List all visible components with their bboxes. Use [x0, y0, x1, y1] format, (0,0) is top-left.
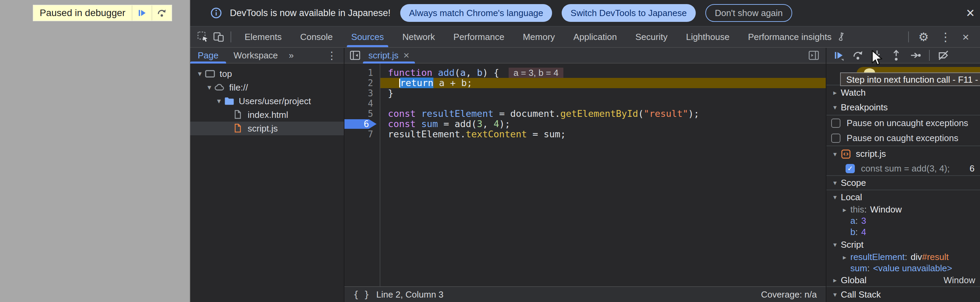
code-line-1: 1 function add(a, b) {a = 3, b = 4	[344, 68, 826, 78]
step-over-icon	[852, 49, 864, 62]
toggle-debugger-sidebar-button[interactable]	[806, 47, 822, 63]
cursor-position-label: Line 2, Column 3	[376, 289, 444, 300]
chevron-right-icon[interactable]: ▸	[829, 89, 841, 97]
scope-var-sum[interactable]: sum: <value unavailable>	[826, 263, 980, 274]
step-over-button[interactable]	[151, 5, 171, 21]
step-over-icon	[157, 8, 167, 18]
checkbox-unchecked[interactable]	[831, 134, 840, 143]
frame-icon	[205, 68, 215, 79]
chevron-down-icon[interactable]: ▾	[829, 290, 841, 299]
step-over-button[interactable]	[848, 48, 867, 63]
gutter-line-3[interactable]: 3	[344, 88, 380, 98]
tree-item-script-js[interactable]: script.js	[190, 122, 344, 135]
chevron-down-icon[interactable]: ▾	[829, 179, 841, 187]
gutter-line-7[interactable]: 7	[344, 129, 380, 139]
tab-workspace[interactable]: Workspace	[226, 48, 286, 63]
deactivate-breakpoints-icon	[937, 49, 950, 62]
tab-memory[interactable]: Memory	[514, 27, 564, 47]
device-toolbar-icon	[213, 31, 224, 43]
step-out-icon	[890, 49, 902, 62]
step-into-button[interactable]	[867, 48, 887, 63]
code-line-4: 4	[344, 98, 826, 109]
collapse-left-icon	[349, 49, 361, 61]
breakpoint-entry[interactable]: ✓ const sum = add(3, 4); 6	[826, 161, 980, 175]
scope-script-header[interactable]: ▾ Script	[826, 238, 980, 251]
toolbar-separator	[908, 32, 909, 43]
chevron-right-icon[interactable]: ▸	[839, 206, 850, 214]
gutter-line-6[interactable]: 6	[344, 119, 380, 129]
section-call-stack[interactable]: ▾ Call Stack	[826, 287, 980, 302]
tab-page[interactable]: Page	[190, 48, 226, 63]
close-devtools-icon[interactable]: ×	[962, 30, 969, 44]
chevron-down-icon[interactable]: ▾	[829, 193, 841, 201]
section-watch[interactable]: ▸ Watch	[826, 85, 980, 100]
tree-item-project-folder[interactable]: ▾ Users/user/project	[190, 94, 344, 108]
deactivate-breakpoints-button[interactable]	[934, 48, 953, 63]
code-line-7: 7 resultElement.textContent = sum;	[344, 129, 826, 139]
gutter-line-2[interactable]: 2	[344, 78, 380, 88]
debugger-toolbar	[826, 48, 980, 63]
tab-console[interactable]: Console	[291, 27, 342, 47]
pretty-print-icon[interactable]: { }	[353, 289, 369, 300]
infobar: DevTools is now available in Japanese! A…	[190, 0, 980, 27]
tab-lighthouse[interactable]: Lighthouse	[676, 27, 738, 47]
tab-elements[interactable]: Elements	[235, 27, 291, 47]
chevron-down-icon[interactable]: ▾	[829, 150, 841, 158]
dont-show-again-button[interactable]: Don't show again	[705, 4, 792, 22]
inspect-icon	[197, 31, 208, 43]
navigator-menu-icon[interactable]: ⋮	[327, 49, 337, 62]
device-toolbar-button[interactable]	[211, 29, 226, 45]
settings-gear-icon[interactable]: ⚙	[918, 30, 929, 44]
tab-performance-insights[interactable]: Performance insights	[739, 27, 855, 47]
file-icon	[232, 109, 243, 120]
scope-var-a[interactable]: a: 3	[826, 215, 980, 226]
step-button[interactable]	[906, 48, 925, 63]
scope-var-resultelement[interactable]: ▸ resultElement: div#result	[826, 251, 980, 263]
chevron-right-icon[interactable]: ▸	[829, 276, 841, 284]
tab-security[interactable]: Security	[626, 27, 677, 47]
step-out-button[interactable]	[887, 48, 906, 63]
more-tabs-icon[interactable]: »	[289, 50, 293, 61]
gutter-line-4[interactable]: 4	[344, 98, 380, 109]
chevron-down-icon[interactable]: ▾	[829, 240, 841, 249]
pause-caught-row[interactable]: Pause on caught exceptions	[826, 131, 980, 146]
tab-network[interactable]: Network	[393, 27, 444, 47]
editor-tab-script-js[interactable]: script.js ×	[363, 48, 415, 63]
expand-arrow-icon[interactable]: ▾	[214, 97, 224, 106]
pause-uncaught-row[interactable]: Pause on uncaught exceptions	[826, 115, 980, 131]
checkbox-checked[interactable]: ✓	[846, 164, 855, 173]
tree-item-top[interactable]: ▾ top	[190, 67, 344, 81]
code-editor[interactable]: 1 function add(a, b) {a = 3, b = 4 2 ret…	[344, 63, 826, 286]
tree-item-index-html[interactable]: index.html	[190, 108, 344, 122]
toggle-navigator-button[interactable]	[347, 47, 363, 63]
checkbox-unchecked[interactable]	[831, 119, 840, 128]
close-tab-icon[interactable]: ×	[403, 49, 409, 61]
chevron-down-icon[interactable]: ▾	[829, 103, 841, 111]
tab-application[interactable]: Application	[564, 27, 626, 47]
chevron-right-icon[interactable]: ▸	[839, 253, 850, 261]
tree-item-file-protocol[interactable]: ▾ file://	[190, 81, 344, 94]
expand-arrow-icon[interactable]: ▾	[195, 70, 205, 78]
tab-performance[interactable]: Performance	[444, 27, 514, 47]
switch-to-japanese-button[interactable]: Switch DevTools to Japanese	[562, 4, 696, 22]
global-value: Window	[944, 275, 975, 286]
more-options-icon[interactable]: ⋮	[940, 30, 951, 44]
breakpoint-file-group[interactable]: ▾ script.js	[826, 146, 980, 161]
infobar-close-icon[interactable]: ×	[966, 6, 975, 20]
tab-sources[interactable]: Sources	[342, 27, 393, 47]
section-breakpoints[interactable]: ▾ Breakpoints	[826, 100, 980, 115]
scope-var-b[interactable]: b: 4	[826, 226, 980, 238]
scope-var-this[interactable]: ▸ this: Window	[826, 204, 980, 215]
scope-local-header[interactable]: ▾ Local	[826, 190, 980, 204]
expand-arrow-icon[interactable]: ▾	[205, 83, 214, 92]
inspect-element-button[interactable]	[195, 29, 211, 45]
resume-script-button[interactable]	[132, 5, 151, 21]
resume-button[interactable]	[829, 48, 848, 63]
gutter-line-5[interactable]: 5	[344, 109, 380, 119]
inline-eval-badge: a = 3, b = 4	[509, 68, 563, 78]
paused-line-badge[interactable]: 6	[344, 119, 377, 129]
gutter-line-1[interactable]: 1	[344, 68, 380, 78]
scope-global-header[interactable]: ▸ Global Window	[826, 274, 980, 287]
section-scope[interactable]: ▾ Scope	[826, 175, 980, 190]
always-match-language-button[interactable]: Always match Chrome's language	[400, 4, 552, 22]
